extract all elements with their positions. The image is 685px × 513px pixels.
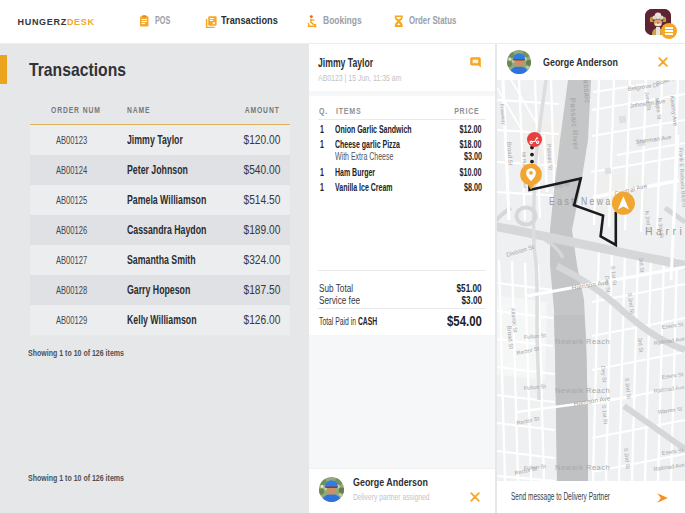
svg-text:Harri: Harri — [645, 225, 685, 237]
svg-text:Newark Reach: Newark Reach — [555, 463, 610, 472]
svg-text:Newark Reach: Newark Reach — [555, 386, 610, 395]
svg-text:Newark Reach: Newark Reach — [555, 337, 610, 346]
